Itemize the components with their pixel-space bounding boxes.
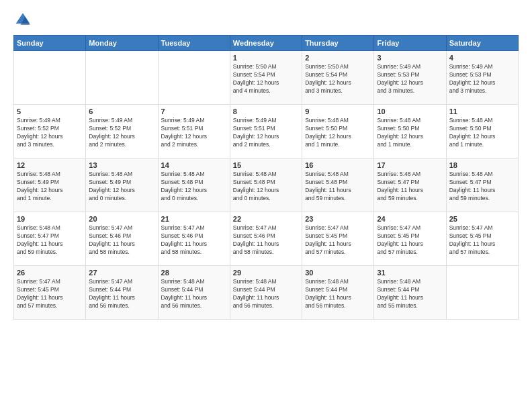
calendar-cell: 18Sunrise: 5:48 AM Sunset: 5:47 PM Dayli… <box>446 158 518 212</box>
weekday-header-tuesday: Tuesday <box>158 36 230 51</box>
calendar-cell: 7Sunrise: 5:49 AM Sunset: 5:51 PM Daylig… <box>158 105 230 158</box>
logo-icon <box>13 11 32 30</box>
calendar-cell: 3Sunrise: 5:49 AM Sunset: 5:53 PM Daylig… <box>374 51 446 105</box>
calendar-cell: 5Sunrise: 5:49 AM Sunset: 5:52 PM Daylig… <box>14 105 86 158</box>
day-number: 23 <box>305 215 371 223</box>
day-number: 12 <box>17 161 83 169</box>
day-info: Sunrise: 5:50 AM Sunset: 5:54 PM Dayligh… <box>233 63 299 95</box>
day-info: Sunrise: 5:48 AM Sunset: 5:50 PM Dayligh… <box>377 117 443 149</box>
calendar-cell: 10Sunrise: 5:48 AM Sunset: 5:50 PM Dayli… <box>374 105 446 158</box>
day-number: 26 <box>17 269 83 277</box>
logo <box>13 11 35 30</box>
day-number: 31 <box>377 269 443 277</box>
day-number: 30 <box>305 269 371 277</box>
calendar-cell: 31Sunrise: 5:48 AM Sunset: 5:44 PM Dayli… <box>374 266 446 320</box>
day-number: 16 <box>305 161 371 169</box>
day-info: Sunrise: 5:48 AM Sunset: 5:44 PM Dayligh… <box>233 278 299 310</box>
day-info: Sunrise: 5:47 AM Sunset: 5:45 PM Dayligh… <box>449 224 515 257</box>
calendar-cell: 23Sunrise: 5:47 AM Sunset: 5:45 PM Dayli… <box>302 212 374 266</box>
day-info: Sunrise: 5:49 AM Sunset: 5:51 PM Dayligh… <box>233 117 299 149</box>
day-info: Sunrise: 5:48 AM Sunset: 5:49 PM Dayligh… <box>17 171 83 203</box>
calendar-cell <box>158 51 230 105</box>
calendar-week-row: 19Sunrise: 5:48 AM Sunset: 5:47 PM Dayli… <box>14 212 519 266</box>
calendar-header: SundayMondayTuesdayWednesdayThursdayFrid… <box>14 36 519 51</box>
calendar-cell: 15Sunrise: 5:48 AM Sunset: 5:48 PM Dayli… <box>230 158 302 212</box>
day-info: Sunrise: 5:47 AM Sunset: 5:46 PM Dayligh… <box>89 224 154 257</box>
day-info: Sunrise: 5:49 AM Sunset: 5:53 PM Dayligh… <box>377 63 443 95</box>
day-info: Sunrise: 5:47 AM Sunset: 5:45 PM Dayligh… <box>377 224 443 257</box>
day-number: 13 <box>89 161 154 169</box>
day-info: Sunrise: 5:50 AM Sunset: 5:54 PM Dayligh… <box>305 63 371 95</box>
day-info: Sunrise: 5:48 AM Sunset: 5:47 PM Dayligh… <box>17 224 83 257</box>
calendar-week-row: 26Sunrise: 5:47 AM Sunset: 5:45 PM Dayli… <box>14 266 519 320</box>
day-number: 29 <box>233 269 299 277</box>
day-number: 25 <box>449 215 515 223</box>
day-number: 11 <box>449 107 515 116</box>
calendar-cell: 16Sunrise: 5:48 AM Sunset: 5:48 PM Dayli… <box>302 158 374 212</box>
calendar-cell: 21Sunrise: 5:47 AM Sunset: 5:46 PM Dayli… <box>158 212 230 266</box>
day-number: 6 <box>89 107 154 116</box>
calendar-cell: 27Sunrise: 5:47 AM Sunset: 5:44 PM Dayli… <box>86 266 158 320</box>
day-number: 15 <box>233 161 299 169</box>
calendar-cell: 17Sunrise: 5:48 AM Sunset: 5:47 PM Dayli… <box>374 158 446 212</box>
day-number: 21 <box>161 215 227 223</box>
day-number: 17 <box>377 161 443 169</box>
day-info: Sunrise: 5:48 AM Sunset: 5:44 PM Dayligh… <box>305 278 371 310</box>
day-number: 28 <box>161 269 227 277</box>
day-info: Sunrise: 5:48 AM Sunset: 5:47 PM Dayligh… <box>377 171 443 203</box>
calendar-cell: 20Sunrise: 5:47 AM Sunset: 5:46 PM Dayli… <box>86 212 158 266</box>
day-number: 22 <box>233 215 299 223</box>
calendar-cell <box>446 266 518 320</box>
calendar-cell <box>86 51 158 105</box>
weekday-header-sunday: Sunday <box>14 36 86 51</box>
day-number: 2 <box>305 54 371 62</box>
day-number: 10 <box>377 107 443 116</box>
day-number: 27 <box>89 269 154 277</box>
calendar-cell: 24Sunrise: 5:47 AM Sunset: 5:45 PM Dayli… <box>374 212 446 266</box>
day-info: Sunrise: 5:47 AM Sunset: 5:46 PM Dayligh… <box>233 224 299 257</box>
day-info: Sunrise: 5:47 AM Sunset: 5:45 PM Dayligh… <box>305 224 371 257</box>
calendar-body: 1Sunrise: 5:50 AM Sunset: 5:54 PM Daylig… <box>14 51 519 320</box>
day-info: Sunrise: 5:49 AM Sunset: 5:52 PM Dayligh… <box>17 117 83 149</box>
day-info: Sunrise: 5:48 AM Sunset: 5:49 PM Dayligh… <box>89 171 154 203</box>
day-number: 18 <box>449 161 515 169</box>
calendar-cell: 14Sunrise: 5:48 AM Sunset: 5:48 PM Dayli… <box>158 158 230 212</box>
day-number: 14 <box>161 161 227 169</box>
day-number: 7 <box>161 107 227 116</box>
day-info: Sunrise: 5:47 AM Sunset: 5:45 PM Dayligh… <box>17 278 83 310</box>
day-info: Sunrise: 5:47 AM Sunset: 5:44 PM Dayligh… <box>89 278 154 310</box>
weekday-header-thursday: Thursday <box>302 36 374 51</box>
weekday-header-wednesday: Wednesday <box>230 36 302 51</box>
calendar-cell: 1Sunrise: 5:50 AM Sunset: 5:54 PM Daylig… <box>230 51 302 105</box>
calendar-cell: 2Sunrise: 5:50 AM Sunset: 5:54 PM Daylig… <box>302 51 374 105</box>
calendar-cell: 8Sunrise: 5:49 AM Sunset: 5:51 PM Daylig… <box>230 105 302 158</box>
page: SundayMondayTuesdayWednesdayThursdayFrid… <box>0 0 532 411</box>
day-info: Sunrise: 5:49 AM Sunset: 5:52 PM Dayligh… <box>89 117 154 149</box>
day-info: Sunrise: 5:48 AM Sunset: 5:44 PM Dayligh… <box>377 278 443 310</box>
day-number: 5 <box>17 107 83 116</box>
day-info: Sunrise: 5:47 AM Sunset: 5:46 PM Dayligh… <box>161 224 227 257</box>
day-info: Sunrise: 5:48 AM Sunset: 5:50 PM Dayligh… <box>449 117 515 149</box>
weekday-header-monday: Monday <box>86 36 158 51</box>
calendar-cell: 28Sunrise: 5:48 AM Sunset: 5:44 PM Dayli… <box>158 266 230 320</box>
day-info: Sunrise: 5:48 AM Sunset: 5:48 PM Dayligh… <box>305 171 371 203</box>
day-number: 9 <box>305 107 371 116</box>
calendar-cell: 30Sunrise: 5:48 AM Sunset: 5:44 PM Dayli… <box>302 266 374 320</box>
day-info: Sunrise: 5:48 AM Sunset: 5:44 PM Dayligh… <box>161 278 227 310</box>
calendar-week-row: 5Sunrise: 5:49 AM Sunset: 5:52 PM Daylig… <box>14 105 519 158</box>
day-info: Sunrise: 5:48 AM Sunset: 5:47 PM Dayligh… <box>449 171 515 203</box>
calendar-week-row: 1Sunrise: 5:50 AM Sunset: 5:54 PM Daylig… <box>14 51 519 105</box>
day-info: Sunrise: 5:48 AM Sunset: 5:48 PM Dayligh… <box>233 171 299 203</box>
day-number: 4 <box>449 54 515 62</box>
calendar-cell: 12Sunrise: 5:48 AM Sunset: 5:49 PM Dayli… <box>14 158 86 212</box>
day-number: 1 <box>233 54 299 62</box>
weekday-header-row: SundayMondayTuesdayWednesdayThursdayFrid… <box>14 36 519 51</box>
calendar-cell: 11Sunrise: 5:48 AM Sunset: 5:50 PM Dayli… <box>446 105 518 158</box>
weekday-header-saturday: Saturday <box>446 36 518 51</box>
header <box>13 11 519 30</box>
calendar-table: SundayMondayTuesdayWednesdayThursdayFrid… <box>13 35 519 320</box>
day-info: Sunrise: 5:49 AM Sunset: 5:51 PM Dayligh… <box>161 117 227 149</box>
weekday-header-friday: Friday <box>374 36 446 51</box>
day-info: Sunrise: 5:49 AM Sunset: 5:53 PM Dayligh… <box>449 63 515 95</box>
calendar-week-row: 12Sunrise: 5:48 AM Sunset: 5:49 PM Dayli… <box>14 158 519 212</box>
